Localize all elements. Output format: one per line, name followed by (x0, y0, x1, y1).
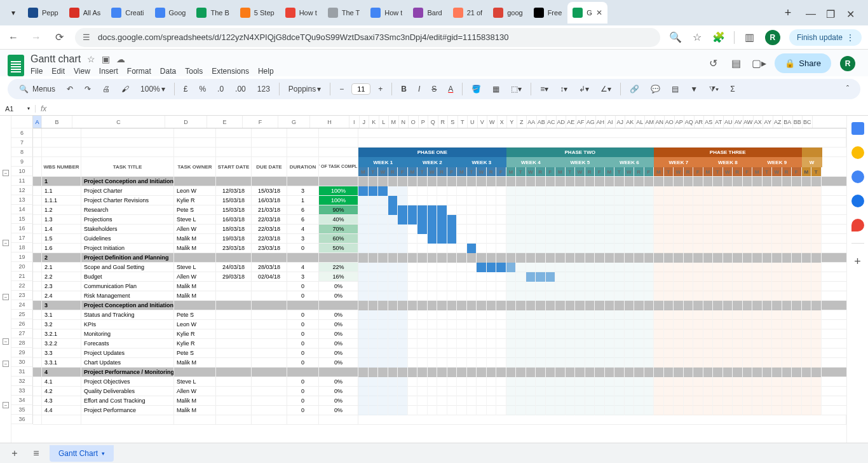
gantt-cell[interactable] (664, 358, 674, 368)
gantt-cell[interactable] (723, 177, 733, 186)
gantt-cell[interactable] (566, 310, 576, 320)
col-header[interactable]: BB (793, 116, 803, 128)
gantt-cell[interactable] (516, 310, 526, 320)
gantt-cell[interactable] (546, 358, 556, 368)
doc-title[interactable]: Gantt chart (31, 53, 81, 65)
cell-due[interactable]: 22/03/18 (252, 215, 287, 224)
gantt-cell[interactable] (477, 368, 487, 377)
gantt-cell[interactable] (575, 368, 585, 377)
gantt-cell[interactable] (634, 263, 644, 272)
gantt-cell[interactable] (358, 358, 369, 368)
gantt-cell[interactable] (546, 263, 556, 272)
borders-button[interactable]: ▦ (489, 82, 503, 96)
gantt-cell[interactable] (378, 368, 388, 377)
gantt-cell[interactable] (625, 196, 635, 205)
gantt-cell[interactable] (398, 377, 408, 387)
gantt-cell[interactable] (743, 272, 753, 282)
col-header[interactable]: AF (576, 116, 587, 128)
gantt-cell[interactable] (408, 215, 418, 225)
gantt-cell[interactable] (378, 339, 388, 349)
gantt-cell[interactable] (417, 406, 428, 415)
gantt-cell[interactable] (595, 339, 605, 349)
cell-pct[interactable]: 0% (319, 320, 358, 329)
gantt-cell[interactable] (733, 368, 743, 377)
gantt-cell[interactable] (477, 205, 487, 215)
gantt-cell[interactable] (792, 320, 802, 329)
star-icon[interactable]: ☆ (87, 54, 95, 64)
browser-tab[interactable]: Pepp (23, 2, 64, 24)
gantt-cell[interactable] (733, 196, 743, 205)
gantt-cell[interactable] (684, 349, 694, 358)
cell-pct[interactable]: 100% (319, 196, 358, 205)
gantt-cell[interactable] (575, 301, 585, 310)
gantt-cell[interactable] (457, 329, 467, 339)
gantt-cell[interactable] (417, 387, 428, 396)
cell-pct[interactable]: 50% (319, 244, 358, 252)
gantt-cell[interactable] (369, 339, 379, 349)
gantt-cell[interactable] (358, 272, 369, 282)
gantt-cell[interactable] (555, 377, 566, 387)
row-header[interactable]: 6 (11, 128, 33, 138)
gantt-cell[interactable] (743, 396, 753, 406)
gantt-cell[interactable] (664, 377, 674, 387)
cell-due[interactable] (252, 396, 287, 405)
gantt-cell[interactable] (546, 282, 556, 291)
gantt-cell[interactable] (782, 406, 792, 415)
gantt-cell[interactable] (654, 244, 664, 253)
cell-due[interactable] (252, 310, 287, 319)
gantt-cell[interactable] (506, 234, 517, 244)
gantt-cell[interactable] (625, 186, 635, 196)
gantt-cell[interactable] (634, 253, 644, 263)
gantt-cell[interactable] (595, 301, 605, 310)
gantt-cell[interactable] (428, 406, 438, 415)
gantt-cell[interactable] (792, 282, 802, 291)
gantt-cell[interactable] (782, 196, 792, 205)
gantt-cell[interactable] (477, 196, 487, 205)
gantt-cell[interactable] (664, 272, 674, 282)
percent-button[interactable]: % (195, 82, 210, 96)
cell-pct[interactable] (319, 177, 358, 186)
gantt-cell[interactable] (752, 387, 763, 396)
gantt-cell[interactable] (487, 225, 497, 234)
cell-start[interactable] (216, 177, 252, 186)
gantt-cell[interactable] (575, 329, 585, 339)
cell-pct[interactable]: 0% (319, 396, 358, 405)
gantt-cell[interactable] (595, 253, 605, 263)
gantt-cell[interactable] (358, 263, 369, 272)
gantt-cell[interactable] (772, 244, 782, 253)
gantt-cell[interactable] (467, 234, 477, 244)
gantt-cell[interactable] (595, 205, 605, 215)
gantt-cell[interactable] (605, 205, 615, 215)
gantt-cell[interactable] (802, 272, 812, 282)
gantt-cell[interactable] (763, 377, 773, 387)
gantt-cell[interactable] (792, 205, 802, 215)
gantt-cell[interactable] (477, 253, 487, 263)
gantt-cell[interactable] (437, 368, 447, 377)
gantt-cell[interactable] (693, 358, 703, 368)
gantt-cell[interactable] (437, 377, 447, 387)
gantt-cell[interactable] (763, 234, 773, 244)
gantt-cell[interactable] (703, 282, 714, 291)
gantt-cell[interactable] (625, 272, 635, 282)
cell-dur[interactable] (287, 368, 319, 377)
gantt-cell[interactable] (496, 377, 506, 387)
gantt-cell[interactable] (555, 320, 566, 329)
cell-start[interactable] (216, 358, 252, 367)
cell-dur[interactable]: 0 (287, 320, 319, 329)
browser-tab[interactable]: The B (191, 2, 234, 24)
gantt-cell[interactable] (447, 310, 458, 320)
gantt-cell[interactable] (802, 215, 812, 225)
gantt-cell[interactable] (802, 329, 812, 339)
cell-due[interactable]: 16/03/18 (252, 196, 287, 205)
gantt-cell[interactable] (811, 272, 822, 282)
gantt-cell[interactable] (782, 349, 792, 358)
gantt-cell[interactable] (477, 225, 487, 234)
gantt-cell[interactable] (625, 368, 635, 377)
gantt-cell[interactable] (477, 272, 487, 282)
gantt-cell[interactable] (792, 177, 802, 186)
gantt-cell[interactable] (408, 358, 418, 368)
row-header[interactable]: 14 (11, 205, 33, 214)
gantt-cell[interactable] (654, 234, 664, 244)
gantt-cell[interactable] (477, 177, 487, 186)
cell-start[interactable] (216, 291, 252, 300)
